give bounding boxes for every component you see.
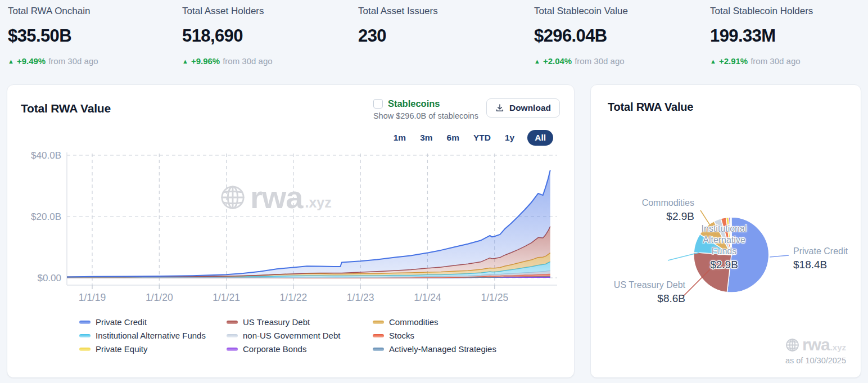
legend-swatch bbox=[373, 348, 384, 351]
globe-icon bbox=[785, 338, 799, 352]
stat-change: ▲+2.91%from 30d ago bbox=[710, 56, 868, 66]
stat-total-asset-holders: Total Asset Holders518,690▲+9.96%from 30… bbox=[182, 4, 351, 66]
stablecoins-sublabel: Show $296.0B of stablecoins bbox=[373, 111, 478, 120]
rwa-xyz-watermark-small: rwa .xyz as of 10/30/2025 bbox=[785, 336, 846, 365]
total-rwa-value-pie-card: Total RWA Value Commodities $2.9B Instit… bbox=[590, 84, 861, 378]
stat-delta: +9.49% bbox=[17, 56, 46, 66]
legend-item-stocks[interactable]: Stocks bbox=[373, 331, 530, 340]
pie-label-commodities: Commodities $2.9B bbox=[642, 197, 694, 223]
legend-item-actively-managed-strategies[interactable]: Actively-Managed Strategies bbox=[373, 344, 530, 354]
svg-text:1/1/21: 1/1/21 bbox=[213, 292, 240, 303]
stat-label: Total RWA Onchain bbox=[8, 6, 177, 17]
legend-swatch bbox=[227, 321, 238, 324]
legend-label: Institutional Alternative Funds bbox=[96, 331, 206, 340]
up-arrow-icon: ▲ bbox=[182, 58, 188, 65]
watermark-tld: .xyz bbox=[830, 343, 846, 352]
legend-column: US Treasury Debtnon-US Government DebtCo… bbox=[227, 317, 373, 354]
stat-value: $296.04B bbox=[534, 26, 703, 46]
stats-row: Total RWA Onchain$35.50B▲+9.49%from 30d … bbox=[0, 0, 868, 79]
svg-text:1/1/20: 1/1/20 bbox=[146, 292, 173, 303]
time-range-selector: 1m3m6mYTD1yAll bbox=[392, 130, 553, 146]
stat-value: 199.33M bbox=[710, 26, 868, 46]
svg-text:1/1/25: 1/1/25 bbox=[481, 292, 508, 303]
stat-value: 230 bbox=[358, 26, 527, 46]
pie-label-private-credit: Private Credit $18.4B bbox=[793, 246, 848, 271]
legend-column: Private CreditInstitutional Alternative … bbox=[79, 317, 227, 354]
time-range-1y[interactable]: 1y bbox=[504, 130, 516, 145]
total-rwa-value-chart-card: Total RWA Value Stablecoins Show $296.0B… bbox=[7, 84, 575, 378]
svg-text:1/1/24: 1/1/24 bbox=[414, 292, 441, 303]
stat-period: from 30d ago bbox=[223, 56, 272, 66]
download-icon bbox=[495, 103, 504, 112]
page-title: Total RWA Value bbox=[21, 102, 111, 115]
time-range-3m[interactable]: 3m bbox=[419, 130, 433, 145]
as-of-date: as of 10/30/2025 bbox=[785, 356, 846, 365]
legend-label: Stocks bbox=[389, 331, 414, 340]
download-label: Download bbox=[509, 103, 551, 113]
stablecoins-toggle[interactable]: Stablecoins bbox=[373, 98, 478, 109]
stat-period: from 30d ago bbox=[751, 56, 800, 66]
stat-value: $35.50B bbox=[8, 26, 177, 46]
svg-text:1/1/23: 1/1/23 bbox=[347, 292, 374, 303]
svg-text:1/1/22: 1/1/22 bbox=[280, 292, 308, 303]
legend-item-institutional-alternative-funds[interactable]: Institutional Alternative Funds bbox=[79, 331, 227, 340]
stat-change: ▲+9.96%from 30d ago bbox=[182, 56, 351, 66]
legend-item-private-credit[interactable]: Private Credit bbox=[79, 317, 227, 327]
time-range-ytd[interactable]: YTD bbox=[472, 130, 492, 145]
stablecoins-checkbox[interactable] bbox=[373, 99, 383, 109]
stat-value: 518,690 bbox=[182, 26, 351, 46]
stat-delta: +9.96% bbox=[191, 56, 220, 66]
legend-item-private-equity[interactable]: Private Equity bbox=[79, 344, 227, 354]
stat-total-asset-issuers: Total Asset Issuers230 bbox=[358, 4, 527, 46]
legend-label: Private Equity bbox=[96, 344, 148, 354]
stat-change: ▲+9.49%from 30d ago bbox=[8, 56, 177, 66]
legend-swatch bbox=[373, 321, 384, 324]
legend-swatch bbox=[79, 348, 91, 351]
stat-period: from 30d ago bbox=[48, 56, 98, 66]
stat-total-stablecoin-value: Total Stablecoin Value$296.04B▲+2.04%fro… bbox=[534, 4, 703, 66]
legend-item-commodities[interactable]: Commodities bbox=[373, 317, 530, 327]
stat-label: Total Stablecoin Value bbox=[534, 6, 703, 17]
stat-delta: +2.91% bbox=[719, 56, 748, 66]
legend-label: Commodities bbox=[389, 317, 438, 327]
stat-total-stablecoin-holders: Total Stablecoin Holders199.33M▲+2.91%fr… bbox=[710, 4, 868, 66]
legend-swatch bbox=[227, 334, 238, 337]
stablecoins-label: Stablecoins bbox=[388, 98, 440, 109]
stat-delta: +2.04% bbox=[543, 56, 572, 66]
legend-label: Actively-Managed Strategies bbox=[389, 344, 496, 354]
download-button[interactable]: Download bbox=[486, 98, 560, 118]
legend-swatch bbox=[79, 321, 91, 324]
stat-total-rwa-onchain: Total RWA Onchain$35.50B▲+9.49%from 30d … bbox=[8, 4, 177, 66]
legend-item-non-us-government-debt[interactable]: non-US Government Debt bbox=[227, 331, 373, 340]
rwa-value-area-chart: $0.00$20.0B$40.0B1/1/191/1/201/1/211/1/2… bbox=[16, 148, 567, 317]
svg-text:1/1/19: 1/1/19 bbox=[79, 292, 106, 303]
legend-swatch bbox=[79, 334, 91, 337]
legend-label: US Treasury Debt bbox=[243, 317, 310, 327]
stat-label: Total Stablecoin Holders bbox=[710, 6, 868, 17]
legend-swatch bbox=[227, 348, 238, 351]
legend-label: Corporate Bonds bbox=[243, 344, 306, 354]
pie-label-institutional-alternative-funds: Institutional Alternative Funds $2.9B bbox=[695, 223, 753, 271]
watermark-brand: rwa bbox=[802, 336, 830, 353]
stat-change: ▲+2.04%from 30d ago bbox=[534, 56, 703, 66]
up-arrow-icon: ▲ bbox=[8, 58, 14, 65]
up-arrow-icon: ▲ bbox=[534, 58, 540, 65]
area-chart-svg: $0.00$20.0B$40.0B1/1/191/1/201/1/211/1/2… bbox=[16, 148, 567, 317]
legend-swatch bbox=[373, 334, 384, 337]
time-range-1m[interactable]: 1m bbox=[392, 130, 407, 145]
legend-column: CommoditiesStocksActively-Managed Strate… bbox=[373, 317, 530, 354]
chart-legend: Private CreditInstitutional Alternative … bbox=[79, 317, 530, 354]
up-arrow-icon: ▲ bbox=[710, 58, 716, 65]
stat-period: from 30d ago bbox=[575, 56, 624, 66]
pie-label-us-treasury-debt: US Treasury Debt $8.6B bbox=[614, 280, 685, 305]
svg-text:$0.00: $0.00 bbox=[37, 273, 61, 283]
stat-label: Total Asset Issuers bbox=[358, 6, 527, 17]
svg-text:$40.0B: $40.0B bbox=[31, 150, 61, 161]
stat-label: Total Asset Holders bbox=[182, 6, 351, 17]
time-range-all[interactable]: All bbox=[527, 130, 553, 146]
legend-label: non-US Government Debt bbox=[243, 331, 340, 340]
legend-label: Private Credit bbox=[96, 317, 147, 327]
legend-item-us-treasury-debt[interactable]: US Treasury Debt bbox=[227, 317, 373, 327]
time-range-6m[interactable]: 6m bbox=[446, 130, 460, 145]
legend-item-corporate-bonds[interactable]: Corporate Bonds bbox=[227, 344, 373, 354]
